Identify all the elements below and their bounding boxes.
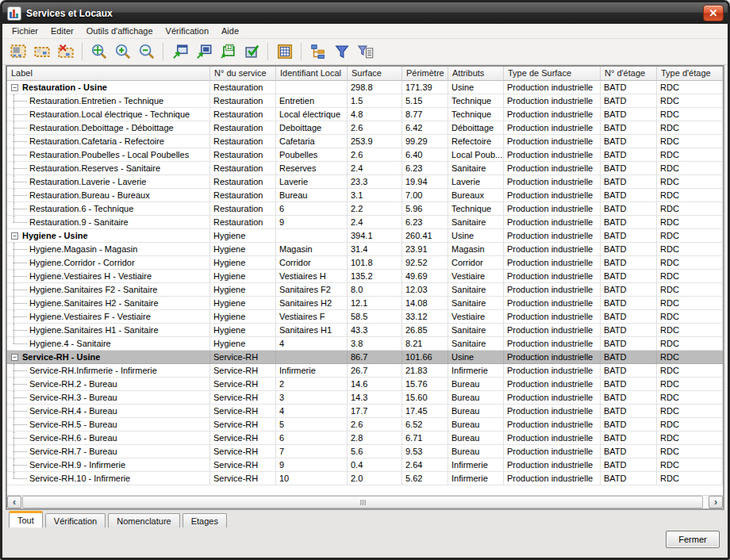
table-row[interactable]: Hygiene.Magasin - MagasinHygieneMagasin3… [7,243,723,256]
row-cell: Vestiaire [448,310,504,324]
table-row[interactable]: −Hygiene - UsineHygiene394.1260.41UsineP… [7,229,723,243]
table-row[interactable]: Restauration.Deboittage - DéboittageRest… [7,121,723,135]
refresh-surfaces-icon[interactable] [169,41,190,62]
row-cell: 99.29 [402,135,448,148]
table-row[interactable]: Restauration.Entretien - TechniqueRestau… [7,94,723,108]
row-cell: Production industrielle [504,324,601,337]
column-header-perimetre[interactable]: Périmètre [402,67,448,81]
column-header-label[interactable]: Label [7,67,210,81]
scroll-right-icon[interactable]: › [709,496,723,508]
row-cell: Bureau [448,445,504,458]
floor-plan-delete-icon[interactable] [55,41,76,62]
scroll-left-icon[interactable]: ‹ [7,496,21,508]
row-label: Hygiene.Vestiaires F - Vestiaire [29,312,151,321]
renumber-icon[interactable]: 12 [217,41,238,62]
floor-plan-edit-icon[interactable] [31,41,52,62]
row-cell: Technique [448,94,504,108]
column-header-n-d-etage[interactable]: N° d'étage [601,67,657,81]
tree-line-icon [9,256,29,269]
table-row[interactable]: −Restauration - UsineRestauration298.817… [7,81,723,94]
horizontal-scrollbar[interactable]: ‹ › [7,495,723,508]
floor-plan-icon[interactable] [7,41,29,62]
row-cell: BATD [601,337,657,351]
table-row[interactable]: Hygiene.Sanitaires H1 - SanitaireHygiene… [7,324,723,337]
collapse-toggle-icon[interactable]: − [11,354,18,361]
row-label-cell: Hygiene.Magasin - Magasin [7,243,210,256]
table-row[interactable]: Restauration.Local électrique - Techniqu… [7,108,723,121]
row-cell: 2.8 [348,432,402,445]
zoom-in-icon[interactable] [112,41,133,62]
row-cell: Production industrielle [504,351,601,364]
table-row[interactable]: Hygiene.Sanitaires F2 - SanitaireHygiene… [7,283,723,297]
table-row[interactable]: −Service-RH - UsineService-RH86.7101.66U… [7,351,723,364]
row-cell: Production industrielle [504,94,601,108]
table-row[interactable]: Service-RH.7 - BureauService-RH75.69.53B… [7,445,723,458]
column-header-type-de-surface[interactable]: Type de Surface [504,67,601,81]
menu-item-verification[interactable]: Vérification [159,25,215,37]
table-row[interactable]: Service-RH.4 - BureauService-RH417.717.4… [7,405,723,418]
menu-item-editer[interactable]: Editer [44,25,80,37]
table-row[interactable]: Restauration.6 - TechniqueRestauration62… [7,202,723,216]
zoom-extents-icon[interactable] [88,41,110,62]
row-cell: 260.41 [402,229,448,243]
filter-icon[interactable] [331,41,352,62]
row-cell: 10 [276,472,348,485]
row-cell: Hygiene [210,297,276,310]
row-cell: Hygiene [210,256,276,270]
row-label-cell: Restauration.Laverie - Laverie [7,175,210,189]
fermer-button[interactable]: Fermer [666,531,720,548]
table-row[interactable]: Hygiene.Sanitaires H2 - SanitaireHygiene… [7,297,723,310]
toolbar-separator [301,43,302,60]
collapse-toggle-icon[interactable]: − [11,84,18,91]
tab-etages[interactable]: Etages [182,513,227,527]
tab-verification[interactable]: Vérification [45,513,106,527]
scroll-thumb[interactable] [22,496,703,508]
table-row[interactable]: Hygiene.4 - SanitaireHygiene43.88.21Sani… [7,337,723,351]
tab-nomenclature[interactable]: Nomenclature [108,513,179,527]
row-cell: Infirmerie [276,364,348,378]
table-row[interactable]: Service-RH.3 - BureauService-RH314.315.6… [7,391,723,405]
column-header-identifiant-local[interactable]: Identifiant Local [276,67,348,81]
row-cell: RDC [657,148,723,162]
table-row[interactable]: Restauration.Poubelles - Local Poubelles… [7,148,723,162]
table-row[interactable]: Restauration.Laverie - LaverieRestaurati… [7,175,723,189]
menu-item-outils-d-affichage[interactable]: Outils d'affichage [80,25,159,37]
column-header-type-d-etage[interactable]: Type d'étage [657,67,723,81]
table-row[interactable]: Hygiene.Vestiaires H - VestiaireHygieneV… [7,270,723,283]
tree-view-icon[interactable] [307,41,328,62]
row-label-cell: −Restauration - Usine [7,81,210,94]
close-icon[interactable]: ✕ [703,5,724,21]
refresh-locals-icon[interactable] [193,41,214,62]
table-row[interactable]: Restauration.Cafetaria - RefectoireResta… [7,135,723,148]
row-cell: Production industrielle [504,202,601,216]
table-row[interactable]: Hygiene.Vestiaires F - VestiaireHygieneV… [7,310,723,324]
menu-item-fichier[interactable]: Fichier [6,25,44,37]
toolbar-separator [163,43,163,60]
nomenclature-table-icon[interactable] [274,41,295,62]
row-label: Hygiene.Sanitaires H2 - Sanitaire [29,298,159,308]
table-row[interactable]: Service-RH.5 - BureauService-RH52.66.52B… [7,418,723,432]
row-cell: 9 [276,458,348,472]
zoom-out-icon[interactable] [136,41,157,62]
validate-icon[interactable] [240,41,262,62]
collapse-toggle-icon[interactable]: − [11,232,18,240]
column-header-n-du-service[interactable]: N° du service [210,67,276,81]
table-row[interactable]: Service-RH.10 - InfirmerieService-RH102.… [7,472,723,485]
column-header-surface[interactable]: Surface [348,67,402,81]
table-row[interactable]: Restauration.Bureau - BureauxRestauratio… [7,189,723,202]
table-row[interactable]: Restauration.9 - SanitaireRestauration92… [7,216,723,229]
row-cell: BATD [601,162,657,175]
table-row[interactable]: Service-RH.Infirmerie - InfirmerieServic… [7,364,723,378]
filter-settings-icon[interactable] [355,41,376,62]
table-row[interactable]: Hygiene.Corridor - CorridorHygieneCorrid… [7,256,723,270]
column-header-attributs[interactable]: Attributs [448,67,504,81]
menu-item-aide[interactable]: Aide [215,25,245,37]
table-row[interactable]: Service-RH.6 - BureauService-RH62.86.71B… [7,432,723,445]
row-cell: 6.23 [402,216,448,229]
tab-tout[interactable]: Tout [9,511,43,527]
scroll-track[interactable] [22,496,708,508]
table-row[interactable]: Restauration.Reserves - SanitaireRestaur… [7,162,723,175]
table-row[interactable]: Service-RH.9 - InfirmerieService-RH90.42… [7,458,723,472]
row-label-cell: Service-RH.3 - Bureau [7,391,210,405]
table-row[interactable]: Service-RH.2 - BureauService-RH214.615.7… [7,378,723,391]
